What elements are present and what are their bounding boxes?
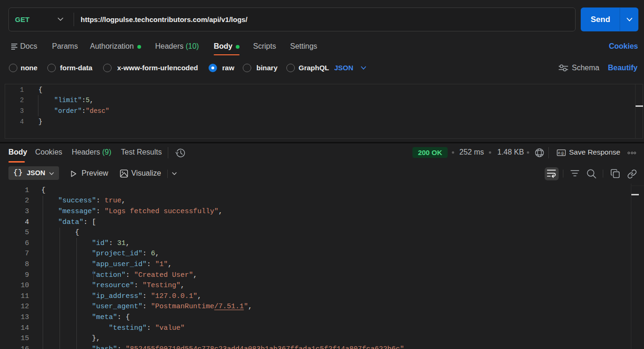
svg-text:e.g.: e.g.	[558, 150, 564, 155]
